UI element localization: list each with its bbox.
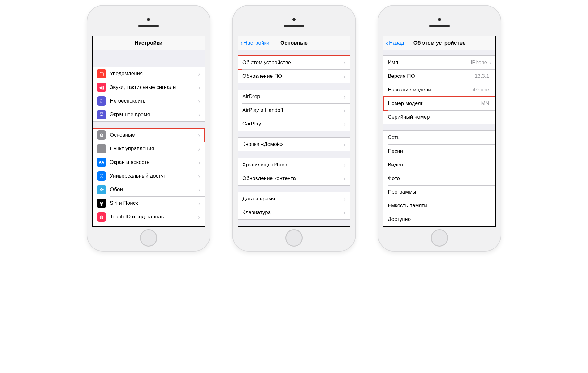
back-button[interactable]: ‹ Назад [386, 36, 404, 50]
row-label: Видео [388, 162, 491, 168]
chevron-right-icon: › [344, 161, 346, 169]
phone-mockup-settings: Настройки ▢Уведомления›◀︎)Звуки, тактиль… [87, 5, 210, 252]
settings-list[interactable]: ▢Уведомления›◀︎)Звуки, тактильные сигнал… [93, 50, 205, 226]
list-item[interactable]: Серийный номер [383, 110, 495, 124]
list-item[interactable]: CarPlay› [238, 117, 350, 131]
list-item[interactable]: Версия ПО13.3.1 [383, 69, 495, 83]
list-item[interactable]: ⚙Основные› [93, 128, 205, 142]
row-label: Номер модели [388, 100, 481, 107]
row-value: MN [481, 100, 489, 107]
list-item[interactable]: ▢Уведомления› [93, 67, 205, 81]
row-label: Дата и время [242, 196, 344, 202]
phone-mockup-about: ‹ Назад Об этом устройстве ИмяiPhone›Вер… [378, 5, 501, 252]
list-item[interactable]: Дата и время› [238, 192, 350, 206]
row-label: Серийный номер [388, 114, 491, 120]
list-item[interactable]: Обновление ПО› [238, 69, 350, 83]
chevron-left-icon: ‹ [240, 39, 243, 47]
chevron-right-icon: › [198, 186, 200, 193]
list-item[interactable]: Название моделиiPhone [383, 83, 495, 97]
list-item[interactable]: AirDrop› [238, 90, 350, 103]
list-item[interactable]: ◀︎)Звуки, тактильные сигналы› [93, 81, 205, 94]
list-item[interactable]: AirPlay и Handoff› [238, 103, 350, 117]
row-label: Хранилище iPhone [242, 162, 344, 168]
list-item[interactable]: Кнопка «Домой»› [238, 138, 350, 151]
list-item[interactable]: Песни [383, 144, 495, 158]
list-item[interactable]: Клавиатура› [238, 206, 350, 219]
moon-icon: ☾ [97, 96, 106, 106]
hourglass-icon: ⌛︎ [97, 110, 106, 119]
chevron-right-icon: › [489, 59, 491, 66]
list-item[interactable]: Номер моделиMN [383, 97, 495, 110]
row-value: iPhone [471, 59, 487, 66]
finger-icon: ◍ [97, 212, 106, 222]
row-label: Обои [110, 186, 198, 193]
list-item[interactable]: Программы [383, 185, 495, 199]
camera-dot [292, 18, 296, 21]
row-label: Фото [388, 175, 491, 182]
back-button[interactable]: ‹ Настройки [240, 36, 269, 50]
list-item[interactable]: Обновление контента› [238, 172, 350, 185]
camera-dot [147, 18, 150, 21]
general-list[interactable]: Об этом устройстве›Обновление ПО› AirDro… [238, 50, 350, 226]
list-item[interactable]: Емкость памяти [383, 199, 495, 213]
row-value: iPhone [473, 87, 489, 93]
screen-general: ‹ Настройки Основные Об этом устройстве›… [238, 36, 350, 227]
chevron-right-icon: › [344, 209, 346, 216]
list-item[interactable]: ⌛︎Экранное время› [93, 108, 205, 121]
list-item[interactable]: ИмяiPhone› [383, 56, 495, 69]
chevron-right-icon: › [198, 132, 200, 139]
list-item[interactable]: ☾Не беспокоить› [93, 94, 205, 108]
row-label: Клавиатура [242, 209, 344, 216]
flower-icon: ✤ [97, 185, 106, 194]
gear-icon: ⚙ [97, 130, 106, 140]
back-label: Настройки [244, 40, 269, 46]
home-button[interactable] [285, 229, 303, 247]
row-label: Песни [388, 148, 491, 154]
list-item[interactable]: ✤Обои› [93, 183, 205, 196]
list-item[interactable]: Видео [383, 158, 495, 172]
row-label: Имя [388, 59, 471, 66]
chevron-right-icon: › [198, 98, 200, 105]
list-item[interactable]: Об этом устройстве› [238, 56, 350, 69]
sos-icon: SOS [97, 226, 106, 226]
phone-mockup-general: ‹ Настройки Основные Об этом устройстве›… [232, 5, 356, 252]
row-label: Емкость памяти [388, 203, 491, 209]
screen-settings: Настройки ▢Уведомления›◀︎)Звуки, тактиль… [92, 36, 205, 227]
home-button[interactable] [140, 229, 157, 247]
row-label: Пункт управления [110, 146, 198, 152]
home-button[interactable] [431, 229, 448, 247]
group-datetime: Дата и время›Клавиатура› [238, 192, 350, 220]
list-item[interactable]: Фото [383, 172, 495, 185]
list-item[interactable]: AAЭкран и яркость› [93, 156, 205, 169]
list-item[interactable]: Доступно [383, 213, 495, 226]
row-label: Не беспокоить [110, 98, 198, 104]
group-air: AirDrop›AirPlay и Handoff›CarPlay› [238, 90, 350, 131]
list-item[interactable]: ◍Touch ID и код-пароль› [93, 210, 205, 224]
chevron-right-icon: › [198, 111, 200, 118]
row-label: Siri и Поиск [110, 200, 198, 206]
chevron-right-icon: › [198, 70, 200, 77]
chevron-right-icon: › [198, 145, 200, 152]
row-label: Экранное время [110, 112, 198, 118]
back-label: Назад [389, 40, 404, 46]
group-home: Кнопка «Домой»› [238, 137, 350, 151]
aa-icon: AA [97, 158, 106, 167]
list-item[interactable]: ⌗Пункт управления› [93, 142, 205, 156]
about-list[interactable]: ИмяiPhone›Версия ПО13.3.1Название модели… [383, 50, 495, 226]
sound-icon: ◀︎) [97, 83, 106, 92]
group-notifications: ▢Уведомления›◀︎)Звуки, тактильные сигнал… [93, 67, 205, 122]
row-label: AirDrop [242, 94, 344, 100]
list-item[interactable]: SOSЭкстренный вызов — SOS› [93, 224, 205, 226]
row-label: Версия ПО [388, 73, 475, 79]
row-label: Программы [388, 189, 491, 195]
chevron-right-icon: › [198, 84, 200, 91]
list-item[interactable]: Сеть [383, 131, 495, 144]
chevron-right-icon: › [198, 173, 200, 180]
row-label: Кнопка «Домой» [242, 141, 344, 147]
row-label: Универсальный доступ [110, 173, 198, 179]
group-about: Об этом устройстве›Обновление ПО› [238, 55, 350, 83]
chevron-left-icon: ‹ [386, 39, 388, 47]
list-item[interactable]: ☉Универсальный доступ› [93, 169, 205, 183]
list-item[interactable]: ◉Siri и Поиск› [93, 196, 205, 210]
list-item[interactable]: Хранилище iPhone› [238, 158, 350, 172]
